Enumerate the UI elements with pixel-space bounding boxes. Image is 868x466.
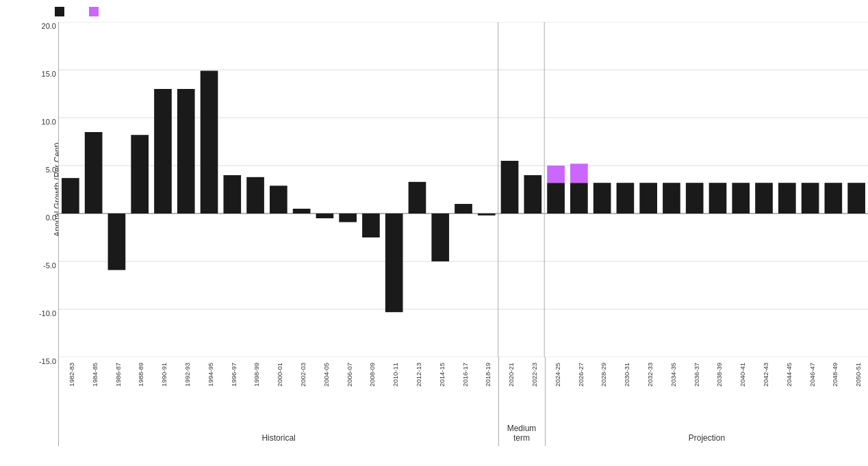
x-tick-label: 2044-45 (785, 363, 793, 387)
x-tick-label: 2046-47 (808, 363, 816, 387)
y-tick-20: 20.0 (42, 22, 56, 30)
x-tick-label: 1982-83 (68, 363, 75, 387)
svg-rect-23 (409, 182, 426, 213)
x-tick-label: 2034-35 (669, 363, 677, 387)
x-tick-label: 2020-21 (507, 363, 515, 387)
y-tick--15: -15.0 (39, 357, 56, 365)
x-axis: 1982-831984-851986-871988-891990-911992-… (58, 357, 868, 446)
svg-rect-33 (593, 183, 611, 213)
x-tick-label: 2028-29 (600, 363, 607, 387)
svg-rect-32 (570, 164, 588, 183)
chart-legend (7, 7, 861, 16)
x-tick-label: 2042-43 (762, 363, 769, 387)
svg-rect-43 (825, 183, 843, 213)
x-tick-label: 2016-17 (461, 363, 469, 387)
svg-rect-19 (316, 213, 334, 218)
legend-item-baseline (55, 7, 68, 16)
y-tick-15: 15.0 (42, 70, 56, 78)
x-tick-label: 2038-39 (715, 363, 723, 387)
x-tick-label: 1986-87 (114, 363, 122, 387)
x-tick-label: 2002-03 (299, 363, 307, 387)
x-tick-label: 2004-05 (322, 363, 330, 387)
x-tick-label: 1988-89 (137, 363, 144, 387)
x-tick-label: 2018-19 (484, 363, 492, 387)
x-tick-label: 1998-99 (253, 363, 260, 387)
x-tick-label: 1990-91 (160, 363, 168, 387)
svg-rect-35 (639, 183, 657, 213)
svg-rect-31 (570, 183, 588, 213)
svg-rect-41 (778, 183, 796, 213)
bars-svg (59, 22, 868, 357)
svg-rect-26 (478, 213, 496, 216)
y-axis: Annual Growth (Per Cent) 20.015.010.05.0… (14, 22, 58, 357)
x-tick-label: 2000-01 (276, 363, 283, 387)
y-tick-10: 10.0 (42, 118, 56, 126)
svg-rect-8 (62, 178, 79, 213)
svg-rect-16 (246, 177, 264, 213)
y-tick-5: 5.0 (46, 166, 56, 174)
chart-area: Annual Growth (Per Cent) 20.015.010.05.0… (14, 22, 868, 446)
x-tick-label: 1984-85 (91, 363, 99, 387)
x-tick-label: 2024-25 (554, 363, 561, 387)
svg-rect-10 (108, 213, 126, 270)
svg-rect-24 (431, 213, 449, 261)
svg-rect-42 (802, 183, 819, 213)
x-tick-label: 2030-31 (623, 363, 630, 387)
svg-rect-14 (201, 70, 218, 213)
section-label: Medium term (487, 424, 556, 443)
svg-rect-15 (223, 175, 241, 213)
section-label: Historical (244, 433, 313, 443)
x-tick-label: 2048-49 (831, 363, 839, 387)
y-tick--10: -10.0 (39, 309, 56, 318)
x-tick-label: 2010-11 (392, 363, 399, 387)
svg-rect-38 (709, 183, 727, 213)
svg-rect-39 (732, 183, 750, 213)
svg-rect-25 (455, 204, 472, 213)
svg-rect-21 (362, 213, 380, 237)
svg-rect-12 (154, 89, 172, 213)
svg-rect-13 (177, 89, 195, 213)
x-tick-label: 2014-15 (438, 363, 446, 387)
svg-rect-18 (293, 209, 311, 213)
svg-rect-17 (270, 185, 288, 213)
x-tick-label: 2022-23 (531, 363, 538, 387)
x-tick-label: 2050-51 (854, 363, 862, 387)
svg-rect-9 (85, 132, 103, 213)
y-tick-0: 0.0 (46, 213, 56, 222)
legend-swatch-unsuccessful (89, 7, 99, 16)
svg-rect-29 (547, 183, 565, 213)
x-tick-label: 2008-09 (368, 363, 376, 387)
svg-rect-28 (524, 175, 541, 213)
svg-rect-20 (339, 213, 357, 222)
svg-rect-30 (547, 166, 565, 183)
x-tick-label: 2006-07 (346, 363, 353, 387)
legend-swatch-baseline (55, 7, 64, 16)
section-label: Projection (672, 433, 741, 443)
svg-rect-40 (755, 183, 773, 213)
x-tick-label: 2032-33 (646, 363, 654, 387)
x-tick-label: 1992-93 (183, 363, 191, 387)
svg-rect-36 (663, 183, 680, 213)
x-tick-label: 2036-37 (693, 363, 700, 387)
x-tick-label: 1994-95 (207, 363, 214, 387)
svg-rect-44 (847, 183, 865, 213)
svg-rect-22 (385, 213, 403, 312)
legend-item-unsuccessful (89, 7, 103, 16)
y-tick--5: -5.0 (43, 261, 56, 270)
x-tick-label: 2012-13 (415, 363, 422, 387)
x-tick-label: 1996-97 (230, 363, 238, 387)
x-tick-label: 2026-27 (577, 363, 585, 387)
chart-container: Annual Growth (Per Cent) 20.015.010.05.0… (0, 0, 868, 466)
svg-rect-37 (686, 183, 704, 213)
plot-area (58, 22, 868, 357)
plot-and-xaxis: 1982-831984-851986-871988-891990-911992-… (58, 22, 868, 446)
svg-rect-27 (501, 161, 519, 213)
x-tick-label: 2040-41 (739, 363, 746, 387)
svg-rect-11 (131, 135, 149, 213)
svg-rect-34 (617, 183, 635, 213)
